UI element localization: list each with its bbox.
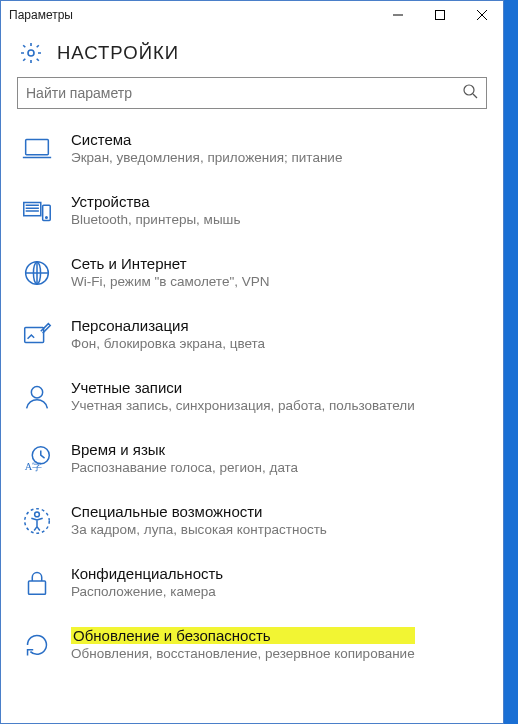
person-icon (19, 379, 55, 415)
category-personalization[interactable]: Персонализация Фон, блокировка экрана, ц… (13, 305, 491, 367)
svg-point-9 (31, 387, 42, 398)
titlebar: Параметры (1, 1, 503, 29)
svg-point-1 (28, 50, 34, 56)
category-devices[interactable]: Устройства Bluetooth, принтеры, мышь (13, 181, 491, 243)
accessibility-icon (19, 503, 55, 539)
svg-text:A字: A字 (25, 461, 42, 472)
gear-icon (19, 41, 43, 65)
svg-rect-0 (436, 11, 445, 20)
svg-rect-3 (26, 140, 49, 155)
minimize-button[interactable] (377, 1, 419, 29)
time-language-icon: A字 (19, 441, 55, 477)
category-subtitle: Фон, блокировка экрана, цвета (71, 336, 265, 351)
page-title: НАСТРОЙКИ (57, 42, 179, 64)
category-title: Персонализация (71, 317, 265, 334)
header: НАСТРОЙКИ (1, 29, 503, 77)
category-time-language[interactable]: A字 Время и язык Распознавание голоса, ре… (13, 429, 491, 491)
lock-icon (19, 565, 55, 601)
close-button[interactable] (461, 1, 503, 29)
category-title: Обновление и безопасность (71, 627, 415, 644)
category-subtitle: Обновления, восстановление, резервное ко… (71, 646, 415, 661)
category-accounts[interactable]: Учетные записи Учетная запись, синхрониз… (13, 367, 491, 429)
devices-icon (19, 193, 55, 229)
maximize-button[interactable] (419, 1, 461, 29)
search-input[interactable] (26, 85, 462, 101)
svg-rect-14 (29, 581, 46, 594)
svg-point-13 (35, 512, 40, 517)
category-title: Учетные записи (71, 379, 415, 396)
globe-icon (19, 255, 55, 291)
category-system[interactable]: Система Экран, уведомления, приложения; … (13, 119, 491, 181)
svg-rect-4 (24, 203, 41, 216)
svg-point-2 (464, 85, 474, 95)
category-network[interactable]: Сеть и Интернет Wi-Fi, режим "в самолете… (13, 243, 491, 305)
search-field[interactable] (17, 77, 487, 109)
category-title: Время и язык (71, 441, 298, 458)
svg-rect-8 (25, 327, 44, 342)
category-privacy[interactable]: Конфиденциальность Расположение, камера (13, 553, 491, 615)
svg-point-6 (46, 217, 48, 219)
paint-icon (19, 317, 55, 353)
category-title: Устройства (71, 193, 240, 210)
search-icon (462, 83, 478, 103)
category-subtitle: Экран, уведомления, приложения; питание (71, 150, 342, 165)
category-subtitle: Wi-Fi, режим "в самолете", VPN (71, 274, 269, 289)
category-update-security[interactable]: Обновление и безопасность Обновления, во… (13, 615, 491, 677)
category-accessibility[interactable]: Специальные возможности За кадром, лупа,… (13, 491, 491, 553)
category-title: Сеть и Интернет (71, 255, 269, 272)
settings-list: Система Экран, уведомления, приложения; … (1, 119, 503, 723)
category-subtitle: Расположение, камера (71, 584, 223, 599)
category-subtitle: Bluetooth, принтеры, мышь (71, 212, 240, 227)
laptop-icon (19, 131, 55, 167)
category-title: Конфиденциальность (71, 565, 223, 582)
category-subtitle: Распознавание голоса, регион, дата (71, 460, 298, 475)
category-subtitle: За кадром, лупа, высокая контрастность (71, 522, 327, 537)
category-title: Система (71, 131, 342, 148)
settings-window: Параметры НАСТРОЙКИ (0, 0, 504, 724)
window-title: Параметры (9, 8, 73, 22)
category-subtitle: Учетная запись, синхронизация, работа, п… (71, 398, 415, 413)
update-icon (19, 627, 55, 663)
category-title: Специальные возможности (71, 503, 327, 520)
